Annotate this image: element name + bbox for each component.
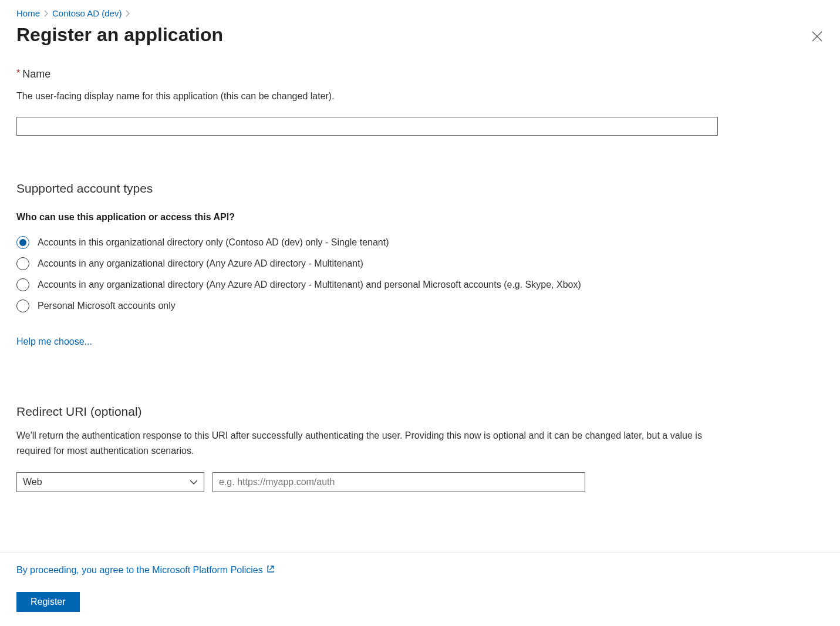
register-button[interactable]: Register	[16, 592, 80, 612]
redirect-uri-heading: Redirect URI (optional)	[16, 405, 824, 419]
radio-icon	[16, 257, 29, 270]
platform-policies-link[interactable]: By proceeding, you agree to the Microsof…	[16, 565, 275, 575]
radio-multitenant[interactable]: Accounts in any organizational directory…	[16, 253, 824, 274]
radio-icon	[16, 299, 29, 312]
name-input[interactable]	[16, 117, 718, 136]
breadcrumb-link-home[interactable]: Home	[16, 8, 40, 18]
close-icon	[812, 35, 822, 43]
radio-label: Accounts in any organizational directory…	[38, 280, 581, 290]
radio-label: Accounts in any organizational directory…	[38, 258, 363, 269]
breadcrumb-link-contoso[interactable]: Contoso AD (dev)	[52, 8, 122, 18]
footer-region: By proceeding, you agree to the Microsof…	[0, 553, 840, 626]
account-types-question: Who can use this application or access t…	[16, 212, 824, 223]
external-link-icon	[266, 565, 275, 575]
radio-label: Accounts in this organizational director…	[38, 237, 389, 248]
header-region: Home Contoso AD (dev) Register an applic…	[0, 0, 840, 48]
policy-link-text: By proceeding, you agree to the Microsof…	[16, 565, 263, 575]
radio-icon	[16, 278, 29, 291]
name-description: The user-facing display name for this ap…	[16, 91, 824, 102]
name-label: Name	[22, 68, 50, 80]
account-types-heading: Supported account types	[16, 181, 824, 196]
radio-single-tenant[interactable]: Accounts in this organizational director…	[16, 232, 824, 253]
radio-personal-only[interactable]: Personal Microsoft accounts only	[16, 295, 824, 317]
name-field-group: *Name The user-facing display name for t…	[16, 68, 824, 136]
platform-select[interactable]: Web	[16, 472, 204, 492]
page-title: Register an application	[16, 24, 223, 46]
help-me-choose-link[interactable]: Help me choose...	[16, 336, 92, 347]
platform-select-value: Web	[23, 477, 42, 487]
chevron-down-icon	[190, 477, 198, 487]
chevron-right-icon	[125, 10, 130, 17]
redirect-uri-input[interactable]	[212, 472, 585, 492]
account-types-radio-group: Accounts in this organizational director…	[16, 232, 824, 317]
form-scroll-area[interactable]: *Name The user-facing display name for t…	[0, 68, 840, 553]
radio-label: Personal Microsoft accounts only	[38, 301, 176, 311]
radio-icon	[16, 236, 29, 249]
required-indicator: *	[16, 68, 20, 78]
breadcrumb: Home Contoso AD (dev)	[16, 6, 824, 21]
close-button[interactable]	[807, 26, 827, 48]
chevron-right-icon	[43, 10, 49, 17]
redirect-uri-description: We'll return the authentication response…	[16, 428, 703, 458]
radio-multitenant-personal[interactable]: Accounts in any organizational directory…	[16, 274, 824, 295]
redirect-uri-row: Web	[16, 472, 824, 492]
